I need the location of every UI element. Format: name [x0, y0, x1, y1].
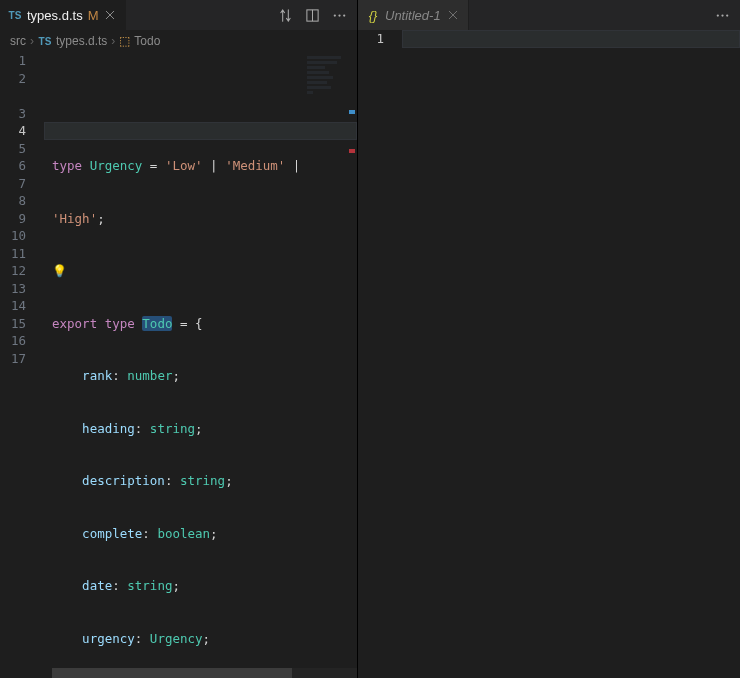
breadcrumb-folder[interactable]: src	[10, 34, 26, 48]
code-editor-left[interactable]: 1 2 3 4 5 6 7 8 9 10 11 12 13 14 15 16 1…	[0, 52, 357, 678]
tab-label: types.d.ts	[27, 8, 83, 23]
svg-point-5	[717, 14, 719, 16]
line-number: 12	[2, 262, 44, 280]
code-line: date: string;	[52, 577, 357, 595]
line-number: 6	[2, 157, 44, 175]
close-icon[interactable]	[446, 8, 460, 22]
line-number: 5	[2, 140, 44, 158]
minimap[interactable]	[303, 52, 347, 108]
compare-changes-icon[interactable]	[278, 8, 293, 23]
line-number: 10	[2, 227, 44, 245]
tab-bar-actions-right	[705, 0, 740, 30]
typescript-file-icon: TS	[8, 8, 22, 22]
svg-point-3	[338, 14, 340, 16]
code-line: complete: boolean;	[52, 525, 357, 543]
line-number: 11	[2, 245, 44, 263]
svg-point-2	[334, 14, 336, 16]
line-number: 1	[2, 52, 44, 70]
code-line: urgency: Urgency;	[52, 630, 357, 648]
close-icon[interactable]	[103, 8, 117, 22]
line-number: 7	[2, 175, 44, 193]
breadcrumb-file[interactable]: types.d.ts	[56, 34, 107, 48]
svg-point-4	[343, 14, 345, 16]
modified-indicator: M	[88, 8, 99, 23]
code-line: description: string;	[52, 472, 357, 490]
breadcrumb[interactable]: src › TS types.d.ts › ⬚ Todo	[0, 30, 357, 52]
overview-ruler-change-marker	[349, 110, 355, 114]
line-number: 15	[2, 315, 44, 333]
code-line: 💡	[52, 262, 357, 280]
tab-bar-right: {} Untitled-1	[358, 0, 740, 30]
editor-pane-right: {} Untitled-1 1	[358, 0, 740, 678]
scrollbar-thumb[interactable]	[52, 668, 292, 678]
line-number: 14	[2, 297, 44, 315]
json-file-icon: {}	[366, 8, 380, 22]
line-number: 13	[2, 280, 44, 298]
tab-bar-left: TS types.d.ts M	[0, 0, 357, 30]
chevron-right-icon: ›	[111, 34, 115, 48]
line-number: 9	[2, 210, 44, 228]
breadcrumb-symbol[interactable]: Todo	[134, 34, 160, 48]
line-number: 1	[360, 30, 402, 48]
line-number: 8	[2, 192, 44, 210]
current-line-highlight	[402, 30, 740, 48]
more-actions-icon[interactable]	[332, 8, 347, 23]
line-number: 3	[2, 105, 44, 123]
code-line: rank: number;	[52, 367, 357, 385]
line-number	[2, 87, 44, 105]
svg-point-7	[726, 14, 728, 16]
code-editor-right[interactable]: 1	[358, 30, 740, 678]
editor-pane-left: TS types.d.ts M src › TS types.d.ts › ⬚ …	[0, 0, 358, 678]
line-number-gutter: 1 2 3 4 5 6 7 8 9 10 11 12 13 14 15 16 1…	[0, 52, 44, 678]
line-number: 2	[2, 70, 44, 88]
more-actions-icon[interactable]	[715, 8, 730, 23]
typescript-file-icon: TS	[38, 34, 52, 48]
lightbulb-icon[interactable]: 💡	[52, 264, 67, 278]
code-line: 'High';	[52, 210, 357, 228]
line-number: 17	[2, 350, 44, 368]
code-content[interactable]: type Urgency = 'Low' | 'Medium' | 'High'…	[44, 52, 357, 678]
svg-point-6	[721, 14, 723, 16]
split-editor-icon[interactable]	[305, 8, 320, 23]
line-number: 16	[2, 332, 44, 350]
symbol-type-icon: ⬚	[119, 34, 130, 48]
current-line-highlight	[44, 122, 357, 140]
line-number-gutter: 1	[358, 30, 402, 678]
code-content[interactable]	[402, 30, 740, 678]
overview-ruler-error-marker	[349, 149, 355, 153]
horizontal-scrollbar[interactable]	[52, 668, 357, 678]
tab-untitled-1[interactable]: {} Untitled-1	[358, 0, 469, 30]
tab-label: Untitled-1	[385, 8, 441, 23]
chevron-right-icon: ›	[30, 34, 34, 48]
code-line: type Urgency = 'Low' | 'Medium' |	[52, 157, 357, 175]
line-number: 4	[2, 122, 44, 140]
tab-types-d-ts[interactable]: TS types.d.ts M	[0, 0, 126, 30]
code-line: heading: string;	[52, 420, 357, 438]
code-line: export type Todo = {	[52, 315, 357, 333]
tab-bar-actions-left	[268, 0, 357, 30]
selected-symbol: Todo	[142, 316, 172, 331]
